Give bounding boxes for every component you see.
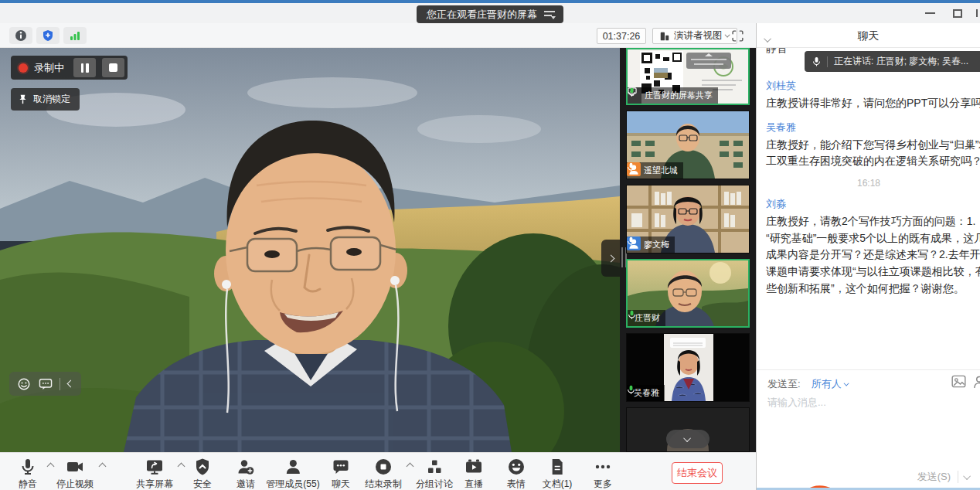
view-mode-button[interactable]: 演讲者视图 bbox=[652, 28, 737, 44]
chat-header: 聊天 bbox=[757, 23, 980, 48]
breakout-rooms-icon bbox=[425, 458, 444, 476]
participant-thumb-zhuangjincai[interactable]: 庄晋财 bbox=[626, 259, 750, 328]
person-icon bbox=[284, 458, 302, 476]
participant-name: 庄晋财的屏幕共享 bbox=[645, 90, 713, 101]
chevron-left-icon[interactable] bbox=[67, 380, 75, 388]
titlebar: 您正在观看庄晋财的屏幕 bbox=[0, 3, 980, 23]
chat-messages[interactable]: 刘桂英 庄教授讲得非常好，请问您的PPT可以分享吗？ 吴春雅 庄教授好，能介绍下… bbox=[757, 48, 980, 369]
speaking-banner: 正在讲话: 庄晋财; 廖文梅; 吴春... bbox=[805, 51, 980, 72]
participant-label: 庄晋财 bbox=[628, 310, 665, 326]
documents-button[interactable]: 文档(1) bbox=[543, 458, 573, 490]
message-sender[interactable]: 刘淼 bbox=[766, 197, 980, 211]
chevron-down-icon bbox=[683, 434, 691, 442]
main-video-speaker[interactable]: 录制中 取消锁定 bbox=[0, 48, 620, 452]
maximize-icon bbox=[953, 9, 962, 18]
person-add-icon bbox=[236, 458, 255, 476]
meeting-timer: 01:37:26 bbox=[597, 28, 646, 44]
meeting-window: 您正在观看庄晋财的屏幕 01:37:26 演讲者视图 bbox=[0, 0, 980, 490]
participant-thumb-screen-share[interactable]: 庄晋财的屏幕共享 bbox=[626, 48, 750, 105]
chat-message-input[interactable] bbox=[767, 396, 975, 408]
live-stream-button[interactable]: 直播 bbox=[464, 458, 483, 490]
participant-name: 遥望北城 bbox=[644, 165, 678, 176]
unpin-label: 取消锁定 bbox=[33, 93, 70, 106]
shield-plus-icon bbox=[42, 29, 54, 42]
mic-on-icon bbox=[627, 385, 635, 395]
minimize-button[interactable] bbox=[917, 3, 943, 23]
participants-sidebar: 庄晋财的屏幕共享 bbox=[620, 48, 756, 452]
send-options-chevron-icon[interactable] bbox=[963, 472, 971, 480]
mic-icon bbox=[627, 162, 635, 172]
message-sender[interactable]: 吴春雅 bbox=[766, 121, 980, 134]
chat-button[interactable]: 聊天 bbox=[332, 458, 350, 490]
invite-button[interactable]: 邀请 bbox=[236, 458, 255, 490]
meeting-info-button[interactable] bbox=[9, 27, 32, 44]
camera-icon bbox=[66, 458, 84, 476]
network-status-button[interactable] bbox=[63, 27, 87, 44]
message-sender[interactable]: 刘桂英 bbox=[766, 79, 980, 93]
stop-video-button[interactable]: 停止视频 bbox=[56, 458, 94, 490]
participant-thumb-liaowenmei[interactable]: 廖文梅 bbox=[626, 185, 750, 254]
chat-title: 聊天 bbox=[757, 29, 980, 43]
close-button-partial[interactable] bbox=[976, 9, 980, 17]
pause-recording-button[interactable] bbox=[73, 58, 96, 77]
watching-banner[interactable]: 您正在观看庄晋财的屏幕 bbox=[417, 5, 563, 23]
security-status-button[interactable] bbox=[36, 27, 60, 44]
share-options-chevron-icon[interactable] bbox=[178, 463, 185, 471]
image-icon[interactable] bbox=[951, 375, 966, 388]
chevron-right-icon bbox=[607, 254, 614, 262]
smiley-icon[interactable] bbox=[17, 377, 31, 391]
security-button[interactable]: 安全 bbox=[193, 458, 212, 490]
unpin-button[interactable]: 取消锁定 bbox=[11, 88, 80, 111]
banner-list-icon[interactable] bbox=[544, 10, 556, 19]
view-mode-label: 演讲者视图 bbox=[674, 29, 723, 43]
end-meeting-button[interactable]: 结束会议 bbox=[672, 462, 723, 484]
screen-share-icon bbox=[145, 458, 164, 476]
smiley-icon bbox=[507, 458, 526, 476]
participant-thumb-yaowangbeicheng[interactable]: 遥望北城 bbox=[626, 111, 750, 179]
participant-thumb-wuchunya[interactable]: 吴春雅 bbox=[626, 333, 750, 402]
mute-options-chevron-icon[interactable] bbox=[47, 463, 55, 471]
participant-name: 庄晋财 bbox=[635, 312, 660, 324]
breakout-rooms-button[interactable]: 分组讨论 bbox=[416, 458, 453, 490]
recording-label: 录制中 bbox=[34, 61, 64, 75]
send-to-selector[interactable]: 所有人 bbox=[812, 377, 849, 391]
microphone-icon bbox=[812, 56, 821, 67]
shield-icon bbox=[193, 458, 212, 476]
message-text: 庄教授讲得非常好，请问您的PPT可以分享吗？ bbox=[766, 95, 980, 112]
message-timestamp: 16:18 bbox=[766, 178, 971, 189]
message-text: 庄教授好，能介绍下您写得乡村创业与“归巢”农民工双重生存困境突破的内在逻辑关系研… bbox=[766, 137, 980, 170]
reaction-bar[interactable] bbox=[9, 372, 81, 396]
share-screen-button[interactable]: 共享屏幕 bbox=[136, 458, 173, 490]
mention-person-icon[interactable] bbox=[972, 375, 980, 389]
participant-name: 廖文梅 bbox=[644, 239, 669, 250]
collapse-sidebar-tab[interactable] bbox=[601, 240, 620, 277]
stop-recording-button[interactable] bbox=[102, 58, 124, 77]
participant-name: 吴春雅 bbox=[634, 387, 659, 399]
scroll-more-participants-button[interactable] bbox=[666, 430, 709, 448]
maximize-button[interactable] bbox=[944, 3, 971, 23]
info-icon bbox=[15, 29, 27, 42]
chat-footer: 发送至: 所有人 发送(S) bbox=[757, 369, 980, 490]
recording-bar: 录制中 bbox=[11, 56, 128, 80]
video-options-chevron-icon[interactable] bbox=[99, 463, 107, 471]
manage-members-button[interactable]: 管理成员(55) bbox=[266, 458, 319, 490]
chat-panel: 静音 聊天 正在讲话: 庄晋财; 廖文梅; 吴春... 刘桂英 庄教授讲得非常好… bbox=[756, 23, 980, 490]
recording-options-chevron-icon[interactable] bbox=[407, 463, 414, 471]
participant-label: 廖文梅 bbox=[627, 236, 675, 253]
chat-bubble-icon bbox=[332, 458, 350, 476]
more-button[interactable]: 更多 bbox=[594, 458, 612, 490]
send-button[interactable]: 发送(S) bbox=[917, 470, 951, 484]
meeting-toolbar: 静音 停止视频 共享屏幕 安全 邀请 管理成员(55) 聊天 bbox=[0, 452, 756, 490]
participant-thumb-more[interactable] bbox=[626, 407, 750, 452]
fullscreen-button[interactable] bbox=[728, 28, 747, 44]
fullscreen-icon bbox=[731, 29, 744, 43]
chevron-down-icon bbox=[843, 380, 849, 386]
mute-button[interactable]: 静音 bbox=[19, 458, 37, 490]
emoji-button[interactable]: 表情 bbox=[507, 458, 526, 490]
divider bbox=[958, 471, 958, 483]
send-to-label: 发送至: bbox=[767, 377, 801, 391]
message-icon[interactable] bbox=[39, 378, 53, 390]
divider bbox=[827, 56, 828, 67]
message-text: 庄教授好，请教2个写作技巧方面的问题：1. “研究基础”一般要求5个以上的既有成… bbox=[766, 213, 980, 297]
end-recording-button[interactable]: 结束录制 bbox=[365, 458, 402, 490]
